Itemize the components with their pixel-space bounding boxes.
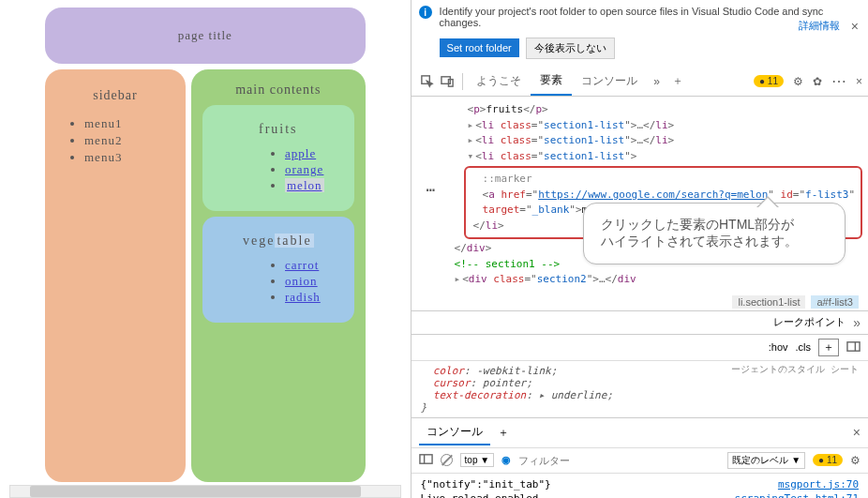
- console-output: {"notify":"init_tab"} msgport.js:70 Live…: [412, 474, 868, 499]
- add-tab-icon[interactable]: ＋: [490, 425, 516, 441]
- styles-subtab-bar: レークポイント »: [412, 310, 868, 335]
- cls-toggle[interactable]: .cls: [796, 341, 812, 353]
- console-toolbar: top ▼ ◉ 既定のレベル ▼ ● 11 ⚙: [412, 448, 868, 474]
- info-detail-link[interactable]: 詳細情報: [799, 19, 840, 33]
- breadcrumb-item[interactable]: li.section1-list: [732, 295, 805, 309]
- console-source-link[interactable]: scrapingTest.html:71: [735, 492, 859, 499]
- hov-toggle[interactable]: :hov: [769, 341, 788, 353]
- horizontal-scrollbar[interactable]: [9, 485, 401, 498]
- list-item: radish: [285, 290, 337, 305]
- callout-text: ハイライトされて表示されます。: [601, 234, 828, 250]
- main-contents: main contents fruits apple orange melon …: [191, 69, 366, 482]
- svg-rect-3: [847, 341, 860, 350]
- sidebar-item: menu1: [84, 116, 169, 131]
- close-devtools-icon[interactable]: ×: [856, 75, 862, 88]
- more-menu-icon[interactable]: ⋯: [831, 72, 846, 90]
- rendered-page-preview: page title sidebar menu1 menu2 menu3 mai…: [0, 0, 411, 498]
- fruit-link-melon[interactable]: melon: [285, 178, 324, 192]
- new-style-rule-icon[interactable]: ＋: [818, 339, 839, 356]
- styles-css-block[interactable]: ージェントのスタイル シート color: -webkit-link; curs…: [412, 361, 868, 417]
- main-heading: main contents: [202, 83, 354, 98]
- console-source-link[interactable]: msgport.js:70: [778, 478, 859, 490]
- fruit-link-apple[interactable]: apple: [285, 146, 316, 160]
- callout-text: クリックした要素のHTML部分が: [601, 217, 828, 234]
- veg-link-carrot[interactable]: carrot: [285, 258, 319, 272]
- section-title: vegetable: [219, 234, 337, 249]
- svg-rect-5: [420, 455, 432, 463]
- devtools-panel: i Identify your project's root folder to…: [411, 0, 868, 498]
- info-text: Identify your project's root folder to o…: [440, 6, 861, 28]
- section-title: fruits: [219, 122, 337, 137]
- info-icon: i: [419, 6, 432, 19]
- veg-link-radish[interactable]: radish: [285, 290, 321, 304]
- sidebar-toggle-icon[interactable]: [846, 340, 861, 355]
- add-tab-icon[interactable]: ＋: [667, 68, 688, 96]
- context-selector[interactable]: top ▼: [460, 453, 495, 467]
- fruit-link-orange[interactable]: orange: [285, 162, 323, 176]
- console-sidebar-toggle-icon[interactable]: [419, 452, 433, 468]
- hide-forever-button[interactable]: 今後表示しない: [526, 38, 615, 59]
- styles-tools: :hov .cls ＋: [412, 335, 868, 361]
- tab-elements[interactable]: 要素: [531, 67, 572, 96]
- styles-breakpoints-label: レークポイント: [773, 315, 846, 329]
- close-icon[interactable]: ×: [851, 19, 859, 34]
- console-tab[interactable]: コンソール: [419, 420, 490, 445]
- console-line: {"notify":"init_tab"} msgport.js:70: [421, 477, 859, 491]
- list-item: carrot: [285, 258, 337, 273]
- section-vegetable: vegetable carrot onion radish: [202, 217, 354, 323]
- set-root-folder-button[interactable]: Set root folder: [440, 38, 519, 57]
- tab-welcome[interactable]: ようこそ: [467, 68, 531, 95]
- device-toggle-icon[interactable]: [438, 68, 458, 96]
- list-item: apple: [285, 146, 337, 161]
- annotation-callout: クリックした要素のHTML部分が ハイライトされて表示されます。: [583, 203, 846, 264]
- sidebar-heading: sidebar: [62, 88, 169, 103]
- console-settings-gear-icon[interactable]: ⚙: [850, 454, 861, 467]
- list-item: melon: [285, 178, 337, 193]
- settings-gear-icon[interactable]: ⚙: [793, 75, 803, 88]
- info-bar: i Identify your project's root folder to…: [412, 0, 868, 34]
- dom-breadcrumb[interactable]: li.section1-list a#f-list3: [412, 294, 868, 310]
- sidebar-item: menu3: [84, 150, 169, 165]
- page-title: page title: [45, 8, 366, 64]
- list-item: orange: [285, 162, 337, 177]
- devtools-tab-header: ようこそ 要素 コンソール » ＋ ● 11 ⚙ ✿ ⋯ ×: [412, 67, 868, 97]
- close-drawer-icon[interactable]: ×: [853, 425, 861, 440]
- stylesheet-source-note: ージェントのスタイル シート: [731, 363, 859, 376]
- eye-icon[interactable]: ◉: [501, 454, 511, 466]
- issues-badge[interactable]: ● 11: [813, 454, 843, 466]
- sidebar: sidebar menu1 menu2 menu3: [45, 69, 186, 482]
- issues-badge[interactable]: ● 11: [754, 75, 784, 87]
- more-tabs-chevron-icon[interactable]: »: [647, 68, 667, 96]
- console-filter-input[interactable]: [518, 455, 593, 466]
- console-line: Live reload enabled. scrapingTest.html:7…: [421, 491, 859, 499]
- log-level-selector[interactable]: 既定のレベル ▼: [727, 452, 805, 469]
- console-drawer-header: コンソール ＋ ×: [412, 417, 868, 448]
- list-item: onion: [285, 274, 337, 289]
- veg-link-onion[interactable]: onion: [285, 274, 318, 288]
- section-fruits: fruits apple orange melon: [202, 105, 354, 211]
- inspect-icon[interactable]: [417, 68, 438, 96]
- tab-console[interactable]: コンソール: [572, 68, 647, 95]
- chevron-right-icon[interactable]: »: [853, 315, 861, 330]
- breadcrumb-item[interactable]: a#f-list3: [811, 295, 859, 309]
- sidebar-item: menu2: [84, 133, 169, 148]
- feedback-icon[interactable]: ✿: [813, 75, 822, 88]
- clear-console-icon[interactable]: [441, 454, 453, 466]
